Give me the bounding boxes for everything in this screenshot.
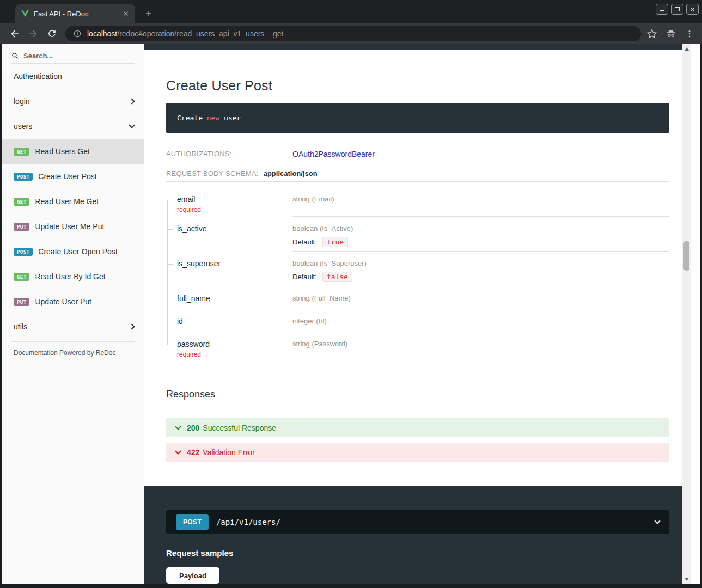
tree-connector [167, 264, 173, 265]
sidebar-item-update-user-me-put[interactable]: PUTUpdate User Me Put [2, 214, 144, 239]
bookmark-star-icon[interactable] [646, 28, 657, 39]
sample-tabs: Payload [166, 567, 219, 584]
scrollbar-thumb[interactable] [683, 241, 689, 271]
page-scrollbar[interactable] [682, 44, 691, 584]
auth-scheme-link[interactable]: OAuth2PasswordBearer [292, 150, 375, 158]
sidebar-item-label: users [14, 122, 130, 131]
sidebar-item-label: Read User Me Get [35, 197, 134, 206]
field-name: full_name [177, 294, 287, 303]
authorizations-label: AUTHORIZATIONS: [166, 150, 292, 160]
search-box[interactable] [11, 48, 135, 64]
sidebar-item-authentication[interactable]: Authentication [2, 64, 144, 89]
sidebar-item-label: Update User Me Put [35, 222, 134, 231]
sidebar-item-utils[interactable]: utils [2, 314, 144, 339]
sidebar-item-read-user-by-id-get[interactable]: GETRead User By Id Get [2, 264, 144, 289]
sidebar-item-create-user-open-post[interactable]: POSTCreate User Open Post [2, 239, 144, 264]
schema-field-row: passwordrequiredstring (Password) [166, 332, 669, 360]
request-body-media-type: application/json [264, 169, 318, 177]
sidebar-item-label: Update User Put [35, 297, 134, 306]
field-name: password [177, 340, 287, 348]
request-body-schema-row: REQUEST BODY SCHEMA: application/json [166, 169, 669, 177]
search-icon [11, 52, 19, 59]
method-badge: PUT [14, 298, 29, 306]
default-value: true [322, 237, 348, 247]
url-text: localhost/redoc#operation/read_users_api… [87, 29, 283, 38]
tab-close-icon[interactable] [121, 9, 131, 19]
tab-payload[interactable]: Payload [166, 567, 219, 584]
forward-button[interactable] [26, 26, 41, 41]
response-code: 422 [187, 448, 199, 457]
new-tab-button[interactable] [142, 7, 156, 21]
request-samples-panel: POST /api/v1/users/ Request samples Payl… [144, 486, 691, 584]
browser-tab-bar: Fast API - ReDoc [0, 0, 702, 23]
address-bar[interactable]: localhost/redoc#operation/read_users_api… [65, 26, 641, 41]
scroll-down-icon[interactable] [685, 578, 689, 581]
default-label: Default: [292, 273, 317, 281]
window-close-button[interactable] [686, 4, 699, 15]
field-type: string (Full_Name) [292, 294, 669, 302]
sidebar-item-label: Create User Post [38, 172, 134, 181]
favicon-v-icon [21, 9, 29, 18]
sidebar-divider [11, 341, 135, 342]
endpoint-dropdown[interactable]: POST /api/v1/users/ [166, 510, 669, 534]
field-type: integer (Id) [292, 317, 669, 325]
description-highlight: new [207, 114, 219, 122]
sidebar-item-read-users-get[interactable]: GETRead Users Get [2, 139, 144, 164]
schema-field-row: is_superuserboolean (Is_Superuser)Defaul… [166, 252, 669, 286]
chevron-down-icon [654, 518, 660, 524]
sidebar-item-label: utils [14, 322, 130, 331]
redoc-page: AuthenticationloginusersGETRead Users Ge… [2, 44, 700, 584]
tree-connector [167, 229, 173, 230]
sidebar-item-users[interactable]: users [2, 114, 144, 139]
window-maximize-button[interactable] [671, 4, 683, 15]
sidebar-item-label: Create User Open Post [38, 247, 134, 256]
tree-connector [167, 299, 173, 299]
sidebar-item-login[interactable]: login [2, 89, 144, 114]
operation-description-code: Create new user [166, 103, 669, 133]
response-label: Validation Error [203, 448, 254, 457]
sidebar-item-read-user-me-get[interactable]: GETRead User Me Get [2, 189, 144, 214]
redoc-footer-link[interactable]: Documentation Powered by ReDoc [14, 349, 115, 357]
chevron-right-icon [129, 323, 135, 329]
description-post: user [219, 114, 241, 122]
responses-list: 200Successful Response422Validation Erro… [166, 418, 669, 467]
field-required-label: required [177, 351, 287, 358]
reload-button[interactable] [44, 26, 59, 41]
sidebar-item-label: Read User By Id Get [35, 272, 134, 281]
main-content: Create User Post Create new user AUTHORI… [144, 44, 691, 584]
sidebar-item-update-user-put[interactable]: PUTUpdate User Put [2, 289, 144, 314]
default-label: Default: [292, 238, 317, 246]
search-input[interactable] [23, 52, 116, 60]
response-code: 200 [187, 424, 199, 432]
sidebar-item-label: login [14, 97, 130, 106]
method-badge: POST [14, 173, 33, 181]
schema-field-row: emailrequiredstring (Email) [166, 182, 669, 217]
tree-connector [167, 200, 173, 200]
url-path: /redoc#operation/read_users_api_v1_users… [117, 29, 283, 38]
scroll-up-icon[interactable] [685, 47, 689, 51]
chevron-down-icon [175, 424, 181, 430]
sidebar-item-create-user-post[interactable]: POSTCreate User Post [2, 164, 144, 189]
tab-title: Fast API - ReDoc [34, 10, 121, 18]
previous-section-strip [144, 44, 691, 50]
method-badge: PUT [14, 223, 29, 231]
schema-fields-table: emailrequiredstring (Email)is_activebool… [166, 181, 669, 360]
method-badge: GET [14, 273, 29, 281]
request-samples-title: Request samples [166, 548, 233, 558]
sidebar-nav: AuthenticationloginusersGETRead Users Ge… [2, 64, 144, 339]
window-minimize-button[interactable] [656, 4, 668, 15]
sidebar-item-label: Authentication [14, 72, 134, 81]
menu-kebab-icon[interactable] [685, 28, 694, 39]
field-name: id [177, 317, 287, 326]
back-button[interactable] [7, 26, 22, 41]
sidebar-item-label: Read Users Get [35, 147, 134, 156]
description-pre: Create [177, 114, 207, 122]
site-info-icon[interactable] [73, 29, 82, 38]
chevron-right-icon [129, 98, 135, 104]
response-200[interactable]: 200Successful Response [166, 418, 669, 437]
response-422[interactable]: 422Validation Error [166, 443, 669, 462]
browser-tab[interactable]: Fast API - ReDoc [15, 4, 135, 23]
tree-connector [167, 322, 173, 322]
endpoint-path: /api/v1/users/ [216, 518, 655, 526]
operation-title: Create User Post [166, 78, 272, 94]
